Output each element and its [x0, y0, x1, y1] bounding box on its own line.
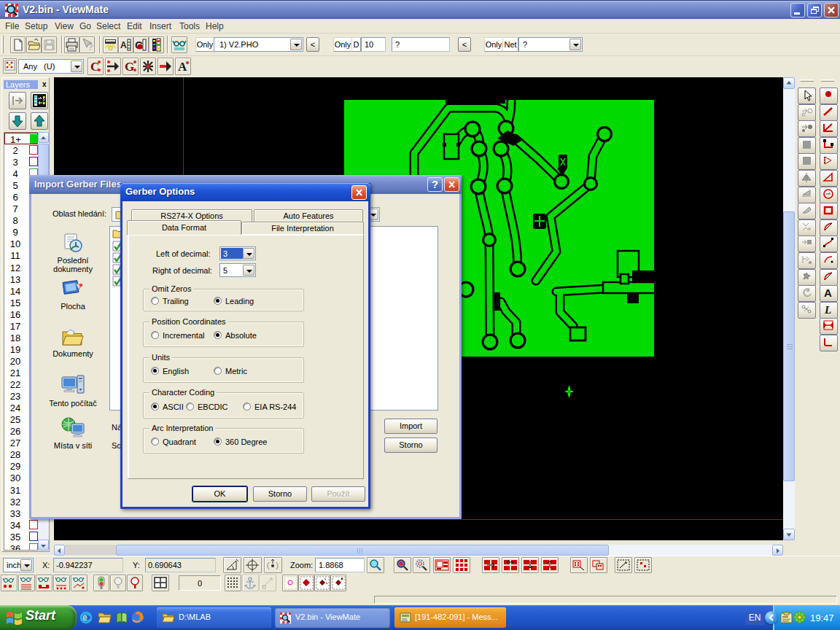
svg-text:A: A — [824, 287, 832, 299]
svg-text:A: A — [178, 60, 187, 74]
svg-text:e: e — [82, 612, 88, 623]
svg-text:?: ? — [88, 42, 93, 52]
svg-text:A: A — [120, 40, 127, 50]
svg-text:L: L — [824, 304, 831, 316]
svg-text:G: G — [125, 60, 134, 74]
